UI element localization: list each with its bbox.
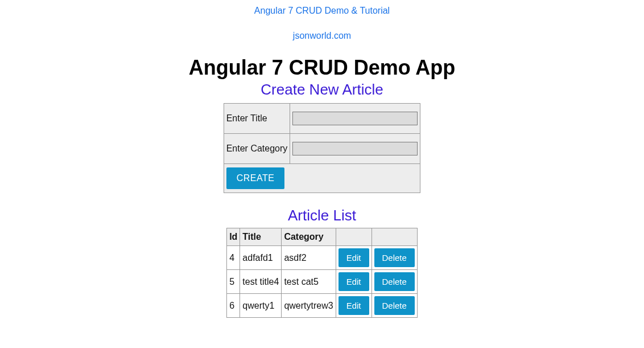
table-row: 5test title4test cat5EditDelete [227, 270, 418, 294]
cell-id: 5 [227, 270, 240, 294]
cell-delete: Delete [371, 294, 417, 318]
delete-button[interactable]: Delete [374, 296, 415, 315]
cell-delete: Delete [371, 246, 417, 270]
edit-button[interactable]: Edit [338, 272, 369, 291]
list-heading: Article List [0, 207, 644, 224]
cell-category: qwertytrew3 [282, 294, 336, 318]
title-input[interactable] [292, 112, 418, 125]
edit-button[interactable]: Edit [338, 248, 369, 267]
site-link[interactable]: jsonworld.com [293, 31, 351, 41]
category-input-cell [290, 134, 420, 164]
delete-button[interactable]: Delete [374, 248, 415, 267]
edit-button[interactable]: Edit [338, 296, 369, 315]
cell-edit: Edit [336, 294, 371, 318]
tutorial-link[interactable]: Angular 7 CRUD Demo & Tutorial [254, 6, 390, 16]
table-row: 4adfafd1asdf2EditDelete [227, 246, 418, 270]
create-form-table: Enter Title Enter Category CREATE [224, 103, 421, 193]
cell-title: test title4 [240, 270, 282, 294]
cell-edit: Edit [336, 270, 371, 294]
col-edit [336, 228, 371, 246]
title-label: Enter Title [224, 104, 290, 134]
page-title: Angular 7 CRUD Demo App [0, 56, 644, 80]
article-list-table: Id Title Category 4adfafd1asdf2EditDelet… [226, 228, 418, 318]
cell-title: qwerty1 [240, 294, 282, 318]
cell-id: 6 [227, 294, 240, 318]
title-input-cell [290, 104, 420, 134]
cell-delete: Delete [371, 270, 417, 294]
cell-title: adfafd1 [240, 246, 282, 270]
delete-button[interactable]: Delete [374, 272, 415, 291]
cell-edit: Edit [336, 246, 371, 270]
create-button[interactable]: CREATE [226, 167, 285, 189]
table-row: 6qwerty1qwertytrew3EditDelete [227, 294, 418, 318]
col-title: Title [240, 228, 282, 246]
cell-category: test cat5 [282, 270, 336, 294]
category-input[interactable] [292, 142, 418, 155]
header-links: Angular 7 CRUD Demo & Tutorial jsonworld… [0, 0, 644, 46]
category-label: Enter Category [224, 134, 290, 164]
col-category: Category [282, 228, 336, 246]
col-id: Id [227, 228, 240, 246]
col-delete [371, 228, 417, 246]
cell-category: asdf2 [282, 246, 336, 270]
cell-id: 4 [227, 246, 240, 270]
create-heading: Create New Article [0, 81, 644, 99]
create-button-row: CREATE [224, 164, 420, 193]
